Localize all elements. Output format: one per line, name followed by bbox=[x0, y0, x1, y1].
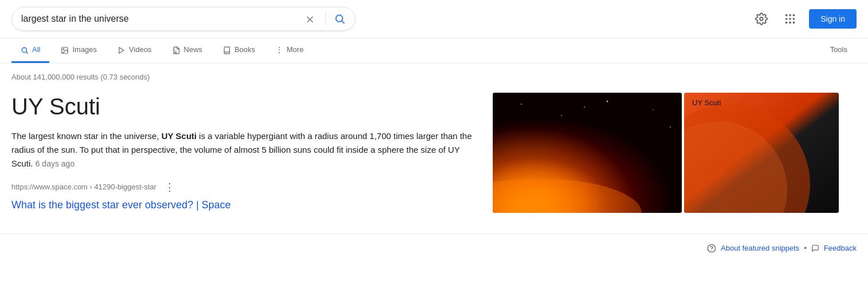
svg-point-13 bbox=[793, 22, 795, 24]
img-orange-label: UY Scuti bbox=[692, 98, 721, 107]
tab-books[interactable]: Books bbox=[214, 38, 264, 63]
snippet-link[interactable]: What is the biggest star ever observed? … bbox=[11, 199, 231, 211]
star-image-svg bbox=[493, 93, 682, 213]
snippet-footer: About featured snippets • Feedback bbox=[0, 233, 868, 263]
question-icon bbox=[707, 243, 716, 254]
nav-tabs: All Images Videos bbox=[0, 38, 868, 64]
all-icon bbox=[21, 45, 29, 54]
more-dots-icon: ⋮ bbox=[276, 45, 283, 54]
tab-all-label: All bbox=[32, 45, 40, 54]
svg-rect-19 bbox=[493, 93, 682, 213]
snippet-title: UY Scuti bbox=[11, 93, 481, 120]
svg-point-8 bbox=[785, 18, 788, 20]
tab-tools[interactable]: Tools bbox=[821, 38, 857, 62]
clear-button[interactable] bbox=[303, 13, 317, 25]
images-icon bbox=[61, 45, 69, 54]
tab-more[interactable]: ⋮ More bbox=[266, 38, 313, 62]
snippet-source-url: https://www.space.com › 41290-biggest-st… bbox=[11, 183, 156, 191]
settings-button[interactable] bbox=[752, 9, 771, 29]
results-count: About 141,000,000 results (0.73 seconds) bbox=[11, 73, 857, 81]
snippet-image-2[interactable]: UY Scuti bbox=[684, 93, 839, 213]
svg-point-4 bbox=[760, 17, 763, 21]
svg-point-26 bbox=[584, 106, 585, 108]
header: Sign in bbox=[0, 0, 868, 38]
news-icon bbox=[172, 45, 180, 54]
about-snippets-link[interactable]: About featured snippets bbox=[721, 244, 799, 252]
svg-point-6 bbox=[789, 14, 791, 17]
tab-books-label: Books bbox=[234, 45, 255, 54]
search-bar bbox=[11, 7, 355, 31]
snippet-desc-bold: UY Scuti bbox=[162, 131, 197, 141]
svg-point-5 bbox=[785, 14, 788, 17]
svg-point-17 bbox=[64, 49, 65, 50]
books-icon bbox=[223, 45, 231, 54]
svg-point-22 bbox=[561, 115, 562, 116]
snippet-image-1[interactable] bbox=[493, 93, 682, 213]
videos-icon bbox=[117, 45, 125, 54]
feedback-link[interactable]: Feedback bbox=[824, 244, 857, 252]
tab-tools-label: Tools bbox=[830, 45, 847, 54]
tab-all[interactable]: All bbox=[11, 38, 49, 63]
svg-point-27 bbox=[493, 179, 642, 213]
footer-dot: • bbox=[804, 244, 807, 252]
sign-in-button[interactable]: Sign in bbox=[809, 9, 857, 29]
svg-marker-18 bbox=[119, 47, 124, 53]
uy-scuti-svg bbox=[684, 93, 839, 213]
snippet-source: https://www.space.com › 41290-biggest-st… bbox=[11, 180, 481, 195]
svg-point-9 bbox=[789, 18, 791, 20]
svg-point-23 bbox=[607, 100, 608, 102]
svg-point-11 bbox=[785, 22, 788, 24]
tab-news[interactable]: News bbox=[163, 38, 212, 63]
search-button[interactable] bbox=[334, 13, 345, 25]
search-input[interactable] bbox=[21, 14, 297, 24]
tab-videos[interactable]: Videos bbox=[108, 38, 161, 63]
feedback-icon bbox=[811, 244, 819, 253]
search-divider bbox=[325, 12, 326, 26]
svg-point-12 bbox=[789, 22, 791, 24]
snippet-text-area: UY Scuti The largest known star in the u… bbox=[11, 93, 481, 213]
main-content: About 141,000,000 results (0.73 seconds)… bbox=[0, 64, 868, 222]
svg-line-15 bbox=[26, 52, 28, 53]
svg-point-7 bbox=[793, 14, 795, 17]
tab-videos-label: Videos bbox=[129, 45, 152, 54]
svg-point-10 bbox=[793, 18, 795, 20]
svg-point-25 bbox=[670, 126, 671, 128]
svg-point-21 bbox=[521, 104, 522, 105]
snippet-images: UY Scuti bbox=[493, 93, 839, 213]
svg-line-3 bbox=[342, 21, 344, 23]
tab-images[interactable]: Images bbox=[52, 38, 106, 63]
snippet-timestamp: 6 days ago bbox=[36, 159, 75, 168]
header-right: Sign in bbox=[752, 9, 857, 29]
snippet-container: UY Scuti The largest known star in the u… bbox=[11, 93, 848, 213]
svg-point-24 bbox=[653, 109, 654, 110]
svg-rect-20 bbox=[493, 93, 682, 213]
apps-button[interactable] bbox=[780, 9, 800, 29]
tab-news-label: News bbox=[184, 45, 203, 54]
tab-images-label: Images bbox=[72, 45, 97, 54]
snippet-more-button[interactable]: ⋮ bbox=[161, 180, 178, 195]
snippet-description: The largest known star in the universe, … bbox=[11, 129, 481, 171]
tab-more-label: More bbox=[286, 45, 304, 54]
snippet-desc-part1: The largest known star in the universe, bbox=[11, 131, 162, 141]
